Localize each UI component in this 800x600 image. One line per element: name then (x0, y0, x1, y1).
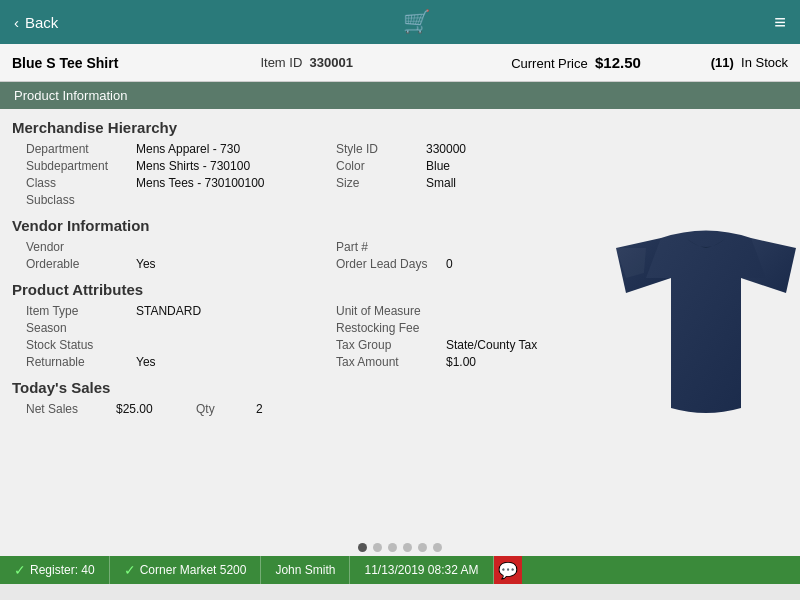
qty-label: Qty (196, 402, 256, 416)
dot-3[interactable] (388, 543, 397, 552)
uom-value (446, 304, 586, 318)
restocking-value (446, 321, 586, 335)
tax-amount-value: $1.00 (446, 355, 586, 369)
register-label: Register: 40 (30, 563, 95, 577)
user-label: John Smith (275, 563, 335, 577)
product-image (606, 218, 800, 428)
lead-days-label: Order Lead Days (336, 257, 446, 271)
message-icon[interactable]: 💬 (494, 556, 522, 584)
menu-icon[interactable]: ≡ (774, 11, 786, 34)
vendor-label: Vendor (26, 240, 136, 254)
item-id-label: Item ID (260, 55, 302, 70)
part-value (446, 240, 566, 254)
size-value: Small (426, 176, 566, 190)
item-type-label: Item Type (26, 304, 136, 318)
left-panel: Merchandise Hierarchy Department Mens Ap… (12, 119, 586, 527)
sales-title: Today's Sales (12, 379, 586, 396)
store-label: Corner Market 5200 (140, 563, 247, 577)
restocking-label: Restocking Fee (336, 321, 446, 335)
size-label: Size (336, 176, 426, 190)
dot-4[interactable] (403, 543, 412, 552)
style-id-value: 330000 (426, 142, 566, 156)
merchandise-title: Merchandise Hierarchy (12, 119, 586, 136)
returnable-label: Returnable (26, 355, 136, 369)
class-value: Mens Tees - 730100100 (136, 176, 336, 190)
dept-label: Department (26, 142, 136, 156)
tax-group-label: Tax Group (336, 338, 446, 352)
dot-1[interactable] (358, 543, 367, 552)
pagination-dots (0, 537, 800, 556)
price-section: Current Price $12.50 (441, 54, 710, 71)
datetime-label: 11/13/2019 08:32 AM (364, 563, 478, 577)
dept-value: Mens Apparel - 730 (136, 142, 336, 156)
store-section: ✓ Corner Market 5200 (110, 556, 262, 584)
store-check-icon: ✓ (124, 562, 136, 578)
merchandise-grid: Department Mens Apparel - 730 Style ID 3… (26, 142, 586, 207)
uom-label: Unit of Measure (336, 304, 446, 318)
net-sales-value: $25.00 (116, 402, 196, 416)
stock-status-label: Stock Status (26, 338, 136, 352)
subclass-label: Subclass (26, 193, 136, 207)
product-name: Blue S Tee Shirt (12, 55, 172, 71)
dot-2[interactable] (373, 543, 382, 552)
dot-6[interactable] (433, 543, 442, 552)
register-section: ✓ Register: 40 (0, 556, 110, 584)
vendor-grid: Vendor Part # Orderable Yes Order Lead D… (26, 240, 586, 271)
back-label: Back (25, 14, 58, 31)
product-image-panel (596, 119, 800, 527)
tax-group-value: State/County Tax (446, 338, 586, 352)
qty-value: 2 (256, 402, 316, 416)
tax-amount-label: Tax Amount (336, 355, 446, 369)
stock-status-value (136, 338, 336, 352)
attributes-title: Product Attributes (12, 281, 586, 298)
datetime-section: 11/13/2019 08:32 AM (350, 556, 493, 584)
class-label: Class (26, 176, 136, 190)
status-bar: ✓ Register: 40 ✓ Corner Market 5200 John… (0, 556, 800, 584)
orderable-label: Orderable (26, 257, 136, 271)
subdept-label: Subdepartment (26, 159, 136, 173)
net-sales-label: Net Sales (26, 402, 116, 416)
product-bar: Blue S Tee Shirt Item ID 330001 Current … (0, 44, 800, 82)
dot-5[interactable] (418, 543, 427, 552)
color-value: Blue (426, 159, 566, 173)
color-label: Color (336, 159, 426, 173)
subdept-value: Mens Shirts - 730100 (136, 159, 336, 173)
vendor-title: Vendor Information (12, 217, 586, 234)
vendor-value (136, 240, 336, 254)
stock-label: In Stock (741, 55, 788, 70)
item-id-section: Item ID 330001 (172, 55, 441, 70)
season-value (136, 321, 336, 335)
cart-icon[interactable]: 🛒 (403, 9, 430, 35)
lead-days-value: 0 (446, 257, 566, 271)
register-check-icon: ✓ (14, 562, 26, 578)
returnable-value: Yes (136, 355, 336, 369)
main-content: Merchandise Hierarchy Department Mens Ap… (0, 109, 800, 537)
back-button[interactable]: ‹ Back (14, 14, 58, 31)
item-id-value: 330001 (310, 55, 353, 70)
sales-grid: Net Sales $25.00 Qty 2 (26, 402, 586, 416)
product-info-header: Product Information (0, 82, 800, 109)
item-type-value: STANDARD (136, 304, 336, 318)
attributes-grid: Item Type STANDARD Unit of Measure Seaso… (26, 304, 586, 369)
orderable-value: Yes (136, 257, 336, 271)
nav-bar: ‹ Back 🛒 ≡ (0, 0, 800, 44)
price-value: $12.50 (595, 54, 641, 71)
price-label: Current Price (511, 56, 588, 71)
stock-count: (11) (711, 55, 734, 70)
season-label: Season (26, 321, 136, 335)
stock-section: (11) In Stock (711, 55, 788, 70)
user-section: John Smith (261, 556, 350, 584)
style-id-label: Style ID (336, 142, 426, 156)
subclass-value (136, 193, 336, 207)
part-label: Part # (336, 240, 446, 254)
back-arrow-icon: ‹ (14, 14, 19, 31)
